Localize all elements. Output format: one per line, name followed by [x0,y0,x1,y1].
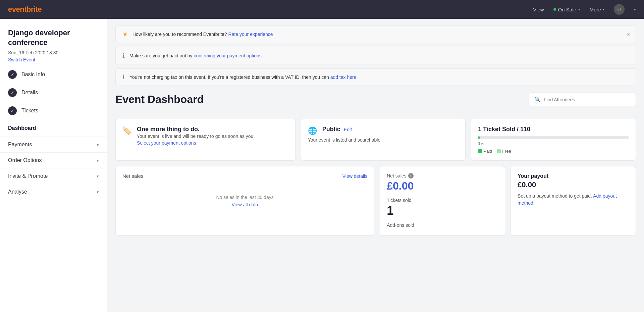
select-payment-link[interactable]: Select your payment options [137,140,196,146]
find-attendees-container[interactable]: 🔍 [529,93,636,106]
banner-close-button[interactable]: × [627,31,630,38]
legend-paid: Paid [478,149,492,154]
net-sales-chart-label: Net sales [122,173,144,179]
net-sales-chart-area: No sales in the last 30 days View all da… [122,181,367,221]
invite-promote-chevron-icon: ▾ [97,174,99,179]
net-amount-label: Net sales i [387,173,498,178]
banner-payment: ℹ Make sure you get paid out by confirmi… [115,47,636,64]
net-sales-header: Net sales View details [122,173,367,179]
on-sale-chevron-icon: ▾ [578,7,580,12]
analyse-chevron-icon: ▾ [97,190,99,195]
card-public: 🌐 Public Edit Your event is listed and s… [301,119,466,161]
sidebar-item-analyse[interactable]: Analyse ▾ [0,184,107,200]
public-status: Public [322,126,340,133]
no-sales-text: No sales in the last 30 days [216,195,273,200]
sidebar-nav: ✓ Basic Info ✓ Details ✓ Tickets Dashboa… [0,65,107,200]
edit-public-link[interactable]: Edit [344,127,352,132]
dashboard-header: Event Dashboard 🔍 [115,93,636,106]
check-icon-details: ✓ [8,88,17,97]
card-todo: 🏷️ One more thing to do. Your event is l… [115,119,296,161]
free-dot [497,149,501,153]
cards-row-2: Net sales View details No sales in the l… [115,166,636,236]
on-sale-dot [553,8,556,11]
sidebar-item-details[interactable]: ✓ Details [0,84,107,102]
more-menu[interactable]: More ▾ [590,7,604,12]
card-net-amount: Net sales i £0.00 Tickets sold 1 Add-ons… [380,166,505,236]
paid-dot [478,149,482,153]
on-sale-status[interactable]: On Sale ▾ [553,7,580,12]
tickets-sold-title: 1 Ticket Sold / 110 [478,126,629,133]
card-net-sales-chart: Net sales View details No sales in the l… [115,166,374,236]
globe-icon: 🌐 [308,126,317,135]
todo-icon: 🏷️ [122,126,131,146]
view-details-link[interactable]: View details [342,173,367,179]
more-chevron-icon: ▾ [602,7,604,12]
info-icon-tax: ℹ [122,73,125,81]
public-text: Your event is listed and searchable. [308,137,459,143]
event-name: Django developer conference [0,28,107,47]
search-icon: 🔍 [534,96,541,103]
info-icon-net: i [408,173,414,178]
confirm-payment-link[interactable]: confirming your payment options [194,53,261,58]
banner-tax: ℹ You're not charging tax on this event.… [115,68,636,86]
topnav: eventbrite View On Sale ▾ More ▾ ☺ ▾ [0,0,644,19]
view-link[interactable]: View [533,7,544,12]
add-tax-link[interactable]: add tax here [330,74,357,80]
todo-text: Your event is live and will be ready to … [137,133,255,140]
addons-sold-label: Add-ons sold [387,222,498,228]
topnav-right: View On Sale ▾ More ▾ ☺ ▾ [533,4,636,15]
check-icon-basic-info: ✓ [8,70,17,79]
tickets-legend: Paid Free [478,149,629,154]
view-all-data-link[interactable]: View all data [232,202,258,207]
payments-chevron-icon: ▾ [97,142,99,147]
avatar-chevron-icon: ▾ [634,7,636,12]
logo: eventbrite [8,5,533,14]
sidebar-item-payments[interactable]: Payments ▾ [0,137,107,152]
find-attendees-input[interactable] [544,97,630,102]
rate-experience-link[interactable]: Rate your experience [228,32,273,37]
sidebar-item-order-options[interactable]: Order Options ▾ [0,152,107,168]
info-icon-payment: ℹ [122,52,125,59]
event-date: Sun, 16 Feb 2020 18:30 [0,47,107,57]
sidebar-item-invite-promote[interactable]: Invite & Promote ▾ [0,168,107,184]
star-icon: ★ [122,31,128,38]
progress-bar-fill [478,136,479,139]
order-options-chevron-icon: ▾ [97,158,99,163]
check-icon-tickets: ✓ [8,106,17,115]
user-avatar[interactable]: ☺ [614,4,625,15]
tickets-progress-bar [478,136,629,139]
legend-free: Free [497,149,511,154]
tickets-sold-label: Tickets sold [387,198,498,203]
cards-row-1: 🏷️ One more thing to do. Your event is l… [115,119,636,161]
payout-title: Your payout [518,173,629,179]
payout-value: £0.00 [518,180,629,189]
page-title: Event Dashboard [115,93,204,106]
sidebar-item-tickets[interactable]: ✓ Tickets [0,102,107,120]
card-tickets: 1 Ticket Sold / 110 1% Paid Free [471,119,636,161]
card-payout: Your payout £0.00 Set up a payout method… [511,166,636,236]
sidebar: Django developer conference Sun, 16 Feb … [0,19,107,312]
todo-title: One more thing to do. [137,126,255,133]
payout-text: Set up a payout method to get paid. Add … [518,193,629,207]
banner-recommend: ★ How likely are you to recommend Eventb… [115,25,636,43]
tickets-sold-value: 1 [387,204,498,218]
sidebar-item-basic-info[interactable]: ✓ Basic Info [0,65,107,84]
sidebar-item-dashboard[interactable]: Dashboard [0,120,107,137]
main-content: ★ How likely are you to recommend Eventb… [107,19,644,312]
net-amount-value: £0.00 [387,180,498,192]
progress-pct: 1% [478,141,629,146]
divider [115,112,636,112]
layout: Django developer conference Sun, 16 Feb … [0,19,644,312]
